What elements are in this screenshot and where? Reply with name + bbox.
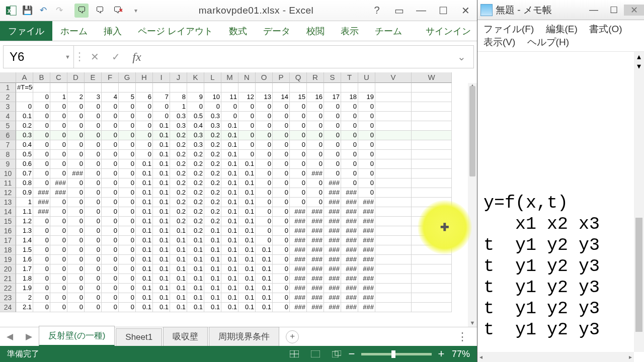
cell[interactable]: 0 (136, 140, 153, 150)
cell[interactable]: ### (50, 178, 67, 188)
cell[interactable]: 0.1 (153, 169, 170, 178)
cell[interactable]: 0.1 (187, 303, 204, 312)
cell[interactable] (375, 112, 412, 121)
cell[interactable]: 0 (256, 236, 273, 245)
cell[interactable]: 0 (67, 112, 85, 121)
cell[interactable]: 10 (204, 93, 221, 102)
cell[interactable]: 0.2 (16, 121, 33, 131)
fx-icon[interactable]: fx (126, 50, 147, 64)
np-scroll-left-icon[interactable]: ◂ (479, 353, 482, 360)
cell[interactable]: 0 (50, 159, 67, 169)
cell[interactable]: 0 (119, 293, 136, 303)
cell[interactable]: 0 (256, 188, 273, 198)
cell[interactable]: 0 (85, 131, 102, 140)
cell[interactable]: 0.2 (170, 217, 187, 226)
cell[interactable]: 0.1 (221, 245, 238, 255)
sheet-tab-3[interactable]: 吸収壁 (163, 327, 208, 346)
cell[interactable]: 0.1 (153, 264, 170, 274)
cell[interactable]: ### (324, 188, 341, 198)
namebox-dropdown-icon[interactable]: ▼ (65, 54, 70, 60)
cell[interactable]: 0 (33, 217, 50, 226)
cell[interactable]: 0.2 (187, 150, 204, 159)
tab-view[interactable]: 表示 (333, 21, 367, 41)
cell[interactable] (375, 83, 412, 93)
cell[interactable]: 0 (102, 217, 119, 226)
cell[interactable]: 1.3 (16, 226, 33, 236)
col-header-H[interactable]: H (136, 72, 153, 83)
cell[interactable]: ### (358, 255, 375, 264)
cell[interactable]: 0.1 (153, 255, 170, 264)
cell[interactable]: ### (341, 284, 358, 293)
row-header-8[interactable]: 8 (0, 150, 16, 159)
np-horizontal-scrollbar[interactable]: ◂ ▸ (477, 352, 634, 362)
np-vertical-scrollbar[interactable]: ▴ ▾ (634, 52, 644, 352)
cell[interactable]: ### (358, 293, 375, 303)
cell[interactable]: 0.4 (16, 140, 33, 150)
cell[interactable]: 0 (273, 131, 290, 140)
cell[interactable] (412, 293, 452, 303)
cell[interactable]: 9 (187, 93, 204, 102)
cell[interactable] (102, 83, 119, 93)
cell[interactable]: ### (290, 303, 307, 312)
cell[interactable]: 17 (324, 93, 341, 102)
cell[interactable]: 0 (119, 207, 136, 217)
cell[interactable]: 0.1 (204, 226, 221, 236)
row-header-12[interactable]: 12 (0, 188, 16, 198)
cell[interactable]: 0.5 (187, 112, 204, 121)
cell[interactable]: 0.1 (204, 284, 221, 293)
cell[interactable]: 0.1 (136, 159, 153, 169)
cell[interactable]: 0 (273, 303, 290, 312)
cell[interactable] (67, 83, 85, 93)
cell[interactable]: 0 (33, 226, 50, 236)
cell[interactable]: 0 (85, 284, 102, 293)
cell[interactable]: 0 (33, 102, 50, 112)
cell[interactable]: 8 (170, 93, 187, 102)
cell[interactable] (170, 83, 187, 93)
cell[interactable]: 0 (290, 159, 307, 169)
cell[interactable]: 0.1 (187, 264, 204, 274)
qat-customize-icon[interactable]: ▾ (129, 4, 143, 18)
tab-insert[interactable]: 挿入 (96, 21, 130, 41)
notepad-body[interactable]: y=f(x,t) x1 x2 x3 t y1 y2 y3 t y1 y2 y3 … (477, 52, 644, 362)
sheet-options-icon[interactable]: ⋮ (457, 330, 468, 343)
cell[interactable]: 0 (221, 112, 238, 121)
row-header-20[interactable]: 20 (0, 264, 16, 274)
cell[interactable]: 0.2 (187, 178, 204, 188)
cell[interactable]: 0.1 (238, 284, 256, 293)
row-header-9[interactable]: 9 (0, 159, 16, 169)
close-icon[interactable]: ✕ (457, 5, 474, 17)
cell[interactable]: 0 (50, 217, 67, 226)
spreadsheet-grid[interactable]: ABCDEFGHIJKLMNOPQRSTUVW 1234567891011121… (0, 72, 477, 327)
cell[interactable]: 0 (33, 159, 50, 169)
cell[interactable] (412, 207, 452, 217)
cell[interactable]: 0 (238, 131, 256, 140)
cell[interactable]: 0 (102, 198, 119, 207)
cell[interactable]: 0 (85, 112, 102, 121)
cell[interactable]: 0 (290, 112, 307, 121)
cell[interactable]: 0.1 (204, 255, 221, 264)
formula-expand-icon[interactable]: ⌄ (457, 51, 469, 63)
cell[interactable] (375, 255, 412, 264)
comment-new-icon[interactable]: 🗨 (74, 4, 89, 18)
cell[interactable]: 0.1 (256, 303, 273, 312)
cell[interactable] (324, 83, 341, 93)
cell[interactable]: 0 (33, 178, 50, 188)
cell[interactable]: 0.1 (221, 284, 238, 293)
view-page-layout-icon[interactable] (308, 348, 323, 359)
cell[interactable]: 0 (119, 102, 136, 112)
cell[interactable]: 0 (358, 121, 375, 131)
cell[interactable]: 0.1 (238, 274, 256, 284)
cell[interactable] (256, 83, 273, 93)
cell[interactable] (375, 150, 412, 159)
cell[interactable]: 0 (136, 121, 153, 131)
cell[interactable]: 0 (290, 188, 307, 198)
cell[interactable]: 0 (85, 293, 102, 303)
cell[interactable]: 0 (67, 159, 85, 169)
cell[interactable]: 0 (273, 245, 290, 255)
cell[interactable]: 0 (119, 140, 136, 150)
redo-icon[interactable]: ↷ (52, 4, 66, 18)
row-header-6[interactable]: 6 (0, 131, 16, 140)
cell[interactable]: 0 (119, 274, 136, 284)
scroll-down-icon[interactable]: ▼ (468, 320, 477, 326)
row-header-5[interactable]: 5 (0, 121, 16, 131)
